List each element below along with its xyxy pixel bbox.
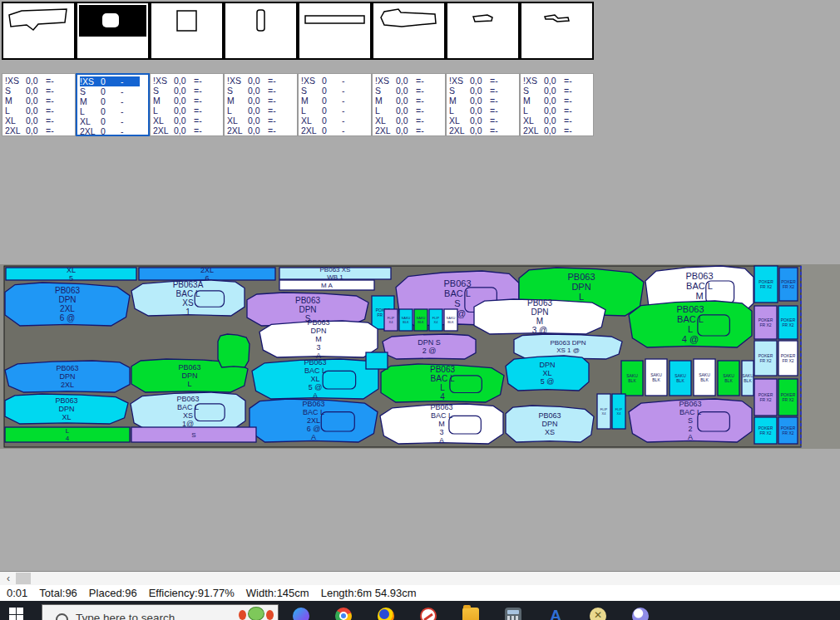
marker-piece[interactable]: PB063BAC LXS1@: [131, 392, 245, 431]
size-row-xl[interactable]: XL0,0=-: [5, 116, 75, 125]
marker-piece[interactable]: SAKUBLK: [399, 309, 413, 331]
marker-piece[interactable]: PB063DPNXS: [506, 406, 594, 442]
size-row-xs[interactable]: !XS0,0=-: [153, 76, 223, 86]
size-row-2xl[interactable]: 2XL0,0=-: [5, 125, 75, 135]
marker-piece[interactable]: L4: [5, 427, 130, 442]
marker-piece[interactable]: FLIPX4: [384, 309, 398, 331]
size-row-xs[interactable]: !XS0-: [80, 76, 140, 86]
size-row-l[interactable]: L0,0=-: [449, 106, 519, 116]
size-row-s[interactable]: S0-: [80, 86, 148, 96]
marker-piece[interactable]: POKERFR X2: [779, 268, 798, 301]
size-column[interactable]: !XS0,0=-S0,0=-M0,0=-L0,0=-XL0,0=-2XL0,0=…: [2, 73, 76, 136]
size-row-s[interactable]: S0,0=-: [449, 86, 519, 96]
size-row-xs[interactable]: !XS0-: [301, 76, 371, 86]
marker-piece[interactable]: SAKUBLK: [670, 361, 691, 396]
size-row-m[interactable]: M0,0=-: [5, 96, 75, 106]
marker-piece[interactable]: PB063DPN2XL: [5, 361, 130, 392]
size-row-l[interactable]: L0,0=-: [227, 106, 297, 116]
taskbar-icon-file-explorer[interactable]: [462, 608, 479, 620]
taskbar-icon-chrome[interactable]: [335, 608, 352, 620]
marker-piece[interactable]: DPN S2 @: [383, 334, 476, 359]
taskbar-icon-antivirus[interactable]: [420, 608, 437, 620]
size-row-2xl[interactable]: 2XL0-: [80, 126, 148, 136]
size-row-xl[interactable]: XL0,0=-: [227, 116, 297, 125]
pattern-cell-dpn[interactable]: [372, 2, 446, 60]
marker-piece[interactable]: PB063BAC LL4: [381, 364, 504, 402]
taskbar-icon-calculator[interactable]: [505, 608, 521, 620]
size-column[interactable]: !XS0,0=-S0,0=-M0,0=-L0,0=-XL0,0=-2XL0,0=…: [372, 73, 446, 136]
size-row-2xl[interactable]: 2XL0,0=-: [375, 125, 445, 135]
size-row-l[interactable]: L0-: [80, 106, 148, 116]
size-row-s[interactable]: S0,0=-: [375, 86, 445, 96]
marker-piece[interactable]: SAKUBLK: [621, 361, 643, 396]
size-row-s[interactable]: S0,0=-: [5, 86, 75, 96]
scrollbar-thumb[interactable]: [16, 573, 31, 584]
size-column[interactable]: !XS0,0=-S0,0=-M0,0=-L0,0=-XL0,0=-2XL0,0=…: [224, 73, 298, 136]
marker-piece[interactable]: PB063DPNM3A: [259, 318, 378, 360]
marker-piece[interactable]: PB063BAC L2XL6 @A: [250, 399, 378, 442]
marker-piece[interactable]: S: [131, 427, 256, 442]
marker-piece[interactable]: POKERFR X2: [754, 379, 777, 416]
size-row-xs[interactable]: !XS0,0=-: [375, 76, 445, 86]
taskbar-icon-cutter-app[interactable]: ✕: [590, 608, 606, 620]
size-column[interactable]: !XS0-S0-M0-L0-XL0-2XL0-: [298, 73, 372, 136]
marker-piece[interactable]: [218, 334, 250, 367]
marker-piece[interactable]: POKERFR X2: [778, 306, 798, 339]
marker-piece[interactable]: FLIPX4: [597, 394, 610, 429]
size-column[interactable]: !XS0-S0-M0-L0-XL0-2XL0-: [76, 73, 150, 136]
pattern-cell-saku-blk[interactable]: [76, 2, 150, 60]
size-row-xs[interactable]: !XS0,0=-: [449, 76, 519, 86]
marker-piece[interactable]: PB063ABAC LXS1: [131, 280, 245, 317]
size-row-2xl[interactable]: 2XL0-: [301, 125, 371, 135]
taskbar-icon-messenger-app[interactable]: [632, 608, 649, 620]
marker-piece[interactable]: SAKUBLK: [645, 359, 667, 396]
size-row-2xl[interactable]: 2XL0,0=-: [227, 125, 297, 135]
marker-piece[interactable]: PB063BAC LXL5 @A: [252, 358, 378, 400]
marker-piece[interactable]: PB063BAC LS2A: [629, 399, 752, 442]
marker-piece[interactable]: PB063 DPNXS 1 @: [514, 334, 622, 359]
size-row-s[interactable]: S0,0=-: [227, 86, 297, 96]
marker-piece[interactable]: [366, 352, 388, 369]
marker-piece[interactable]: DPNXL5 @: [506, 356, 589, 391]
pattern-cell-wb[interactable]: [298, 2, 372, 60]
marker-piece[interactable]: PB063BAC LL4 @: [629, 301, 752, 347]
search-highlight-graphic[interactable]: [237, 607, 275, 620]
marker-piece[interactable]: SAKUBLK: [742, 361, 754, 396]
size-row-xl[interactable]: XL0,0=-: [153, 116, 223, 125]
marker-piece[interactable]: POKERFR X2: [754, 341, 777, 376]
size-row-l[interactable]: L0,0=-: [523, 106, 593, 116]
size-row-l[interactable]: L0-: [301, 106, 371, 116]
marker-piece[interactable]: SAKUBLK: [718, 361, 739, 396]
marker-piece[interactable]: FLIPX4: [429, 309, 442, 331]
size-row-xl[interactable]: XL0,0=-: [449, 116, 519, 125]
taskbar-icon-letter-a-app[interactable]: A: [547, 608, 564, 620]
size-row-m[interactable]: M0,0=-: [449, 96, 519, 106]
size-row-xl[interactable]: XL0-: [80, 116, 148, 126]
scroll-left-icon[interactable]: ‹: [2, 573, 14, 584]
search-input[interactable]: Type here to search: [76, 612, 175, 620]
size-row-xl[interactable]: XL0-: [301, 116, 371, 125]
size-row-2xl[interactable]: 2XL0,0=-: [153, 125, 223, 135]
size-row-l[interactable]: L0,0=-: [153, 106, 223, 116]
size-row-xs[interactable]: !XS0,0=-: [523, 76, 593, 86]
size-row-m[interactable]: M0,0=-: [523, 96, 593, 106]
start-button[interactable]: [9, 608, 23, 620]
marker-piece[interactable]: PB063DPNM3 @: [474, 298, 605, 335]
pattern-cell-bac-l[interactable]: [2, 2, 76, 60]
marker-piece[interactable]: POKERFR X2: [778, 341, 798, 376]
search-box[interactable]: Type here to search: [42, 604, 279, 620]
pattern-cell-poker-fr[interactable]: [150, 2, 224, 60]
marker-piece[interactable]: POKERFR X2: [754, 417, 777, 444]
marker-piece[interactable]: FLIPX4: [612, 394, 625, 429]
size-row-2xl[interactable]: 2XL0,0=-: [523, 125, 593, 135]
size-row-m[interactable]: M0-: [301, 96, 371, 106]
size-row-m[interactable]: M0,0=-: [227, 96, 297, 106]
size-row-2xl[interactable]: 2XL0,0=-: [449, 125, 519, 135]
marker-piece[interactable]: SAKUBLK: [444, 309, 457, 331]
marker-piece[interactable]: SAKUBLK: [414, 309, 427, 331]
marker-piece[interactable]: PB063DPN2XL6 @: [5, 283, 130, 326]
marker-piece[interactable]: PB063DPNS: [247, 293, 368, 326]
size-row-xs[interactable]: !XS0,0=-: [5, 76, 75, 86]
size-row-s[interactable]: S0,0=-: [153, 86, 223, 96]
pattern-cell-fr-side-in[interactable]: [520, 2, 594, 60]
